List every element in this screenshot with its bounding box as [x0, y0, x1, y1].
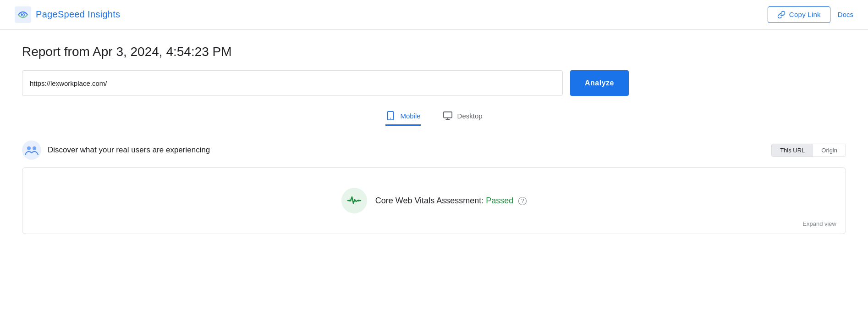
this-url-button[interactable]: This URL [772, 144, 813, 157]
report-title: Report from Apr 3, 2024, 4:54:23 PM [22, 45, 846, 59]
svg-rect-4 [443, 112, 451, 118]
app-title[interactable]: PageSpeed Insights [36, 9, 120, 20]
header-right: Copy Link Docs [768, 6, 853, 23]
header-left: PageSpeed Insights [15, 6, 120, 23]
device-tabs: Mobile Desktop [22, 111, 846, 126]
mobile-icon [385, 111, 396, 121]
tab-desktop[interactable]: Desktop [443, 111, 483, 126]
svg-point-10 [349, 200, 351, 202]
main-content: Report from Apr 3, 2024, 4:54:23 PM Anal… [0, 30, 868, 256]
real-users-section: Discover what your real users are experi… [22, 140, 846, 234]
users-icon [22, 140, 41, 160]
pagespeed-logo [15, 6, 31, 23]
copy-link-label: Copy Link [789, 11, 821, 18]
cwv-icon [341, 188, 367, 213]
tab-mobile-label: Mobile [400, 112, 420, 120]
cwv-label: Core Web Vitals Assessment: Passed ? [375, 196, 527, 206]
svg-point-8 [27, 146, 31, 150]
cwv-card: Core Web Vitals Assessment: Passed ? Exp… [22, 167, 846, 234]
cwv-content: Core Web Vitals Assessment: Passed ? [37, 180, 831, 221]
heartbeat-icon [347, 193, 362, 208]
svg-point-7 [22, 140, 41, 160]
real-users-left: Discover what your real users are experi… [22, 140, 210, 160]
tab-desktop-label: Desktop [457, 112, 483, 120]
svg-point-11 [357, 200, 359, 202]
app-header: PageSpeed Insights Copy Link Docs [0, 0, 868, 29]
real-users-header: Discover what your real users are experi… [22, 140, 846, 160]
real-users-title: Discover what your real users are experi… [48, 146, 210, 155]
expand-view-button[interactable]: Expand view [802, 220, 836, 227]
url-origin-toggle: This URL Origin [771, 144, 846, 157]
svg-point-9 [33, 146, 36, 150]
origin-button[interactable]: Origin [813, 144, 846, 157]
cwv-help-icon[interactable]: ? [518, 197, 527, 205]
docs-link[interactable]: Docs [838, 11, 853, 18]
url-input-row: Analyze [22, 70, 846, 96]
link-icon [777, 11, 786, 19]
copy-link-button[interactable]: Copy Link [768, 6, 830, 23]
cwv-status: Passed [486, 196, 513, 205]
tab-mobile[interactable]: Mobile [385, 111, 420, 126]
url-input[interactable] [22, 70, 563, 96]
cwv-assessment-text: Core Web Vitals Assessment: [375, 196, 483, 205]
analyze-button[interactable]: Analyze [570, 70, 629, 96]
desktop-icon [443, 111, 453, 121]
